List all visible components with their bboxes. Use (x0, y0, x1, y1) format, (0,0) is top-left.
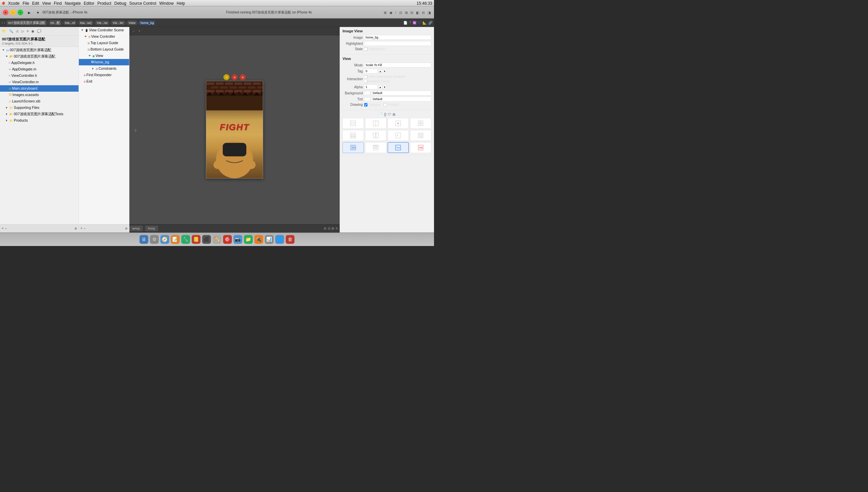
dock-xcode[interactable]: 🔧 (181, 235, 190, 244)
layout-template-8[interactable] (410, 130, 431, 141)
layout-template-5[interactable] (343, 130, 364, 141)
nav-breakpoints-btn[interactable]: ◉ (31, 28, 35, 34)
hide-navigator-btn[interactable]: ◧ (416, 10, 420, 15)
dock-app2[interactable]: 🔌 (254, 235, 263, 244)
menu-product[interactable]: Product (97, 1, 111, 5)
dock-pencil[interactable]: ✏️ (213, 235, 221, 244)
dock-instruments[interactable]: 📊 (265, 235, 274, 244)
dock-filezilla[interactable]: 📁 (244, 235, 253, 244)
height-any-btn[interactable]: hAny (145, 226, 158, 231)
alpha-input[interactable] (364, 84, 378, 89)
scene-top-layout[interactable]: ⊟ Top Layout Guide (79, 40, 129, 46)
multiple-touch-checkbox[interactable] (364, 79, 368, 83)
scene-first-responder[interactable]: ⊕ First Responder (79, 72, 129, 78)
inspector-identity-btn[interactable]: 🆔 (413, 21, 417, 25)
nav-folder-btn[interactable]: 📁 (1, 28, 7, 34)
canvas-zoom-out[interactable]: – (131, 29, 136, 34)
background-select[interactable]: Default (371, 91, 432, 95)
menu-window[interactable]: Window (159, 1, 174, 5)
dock-app1[interactable]: 🎯 (223, 235, 232, 244)
layout-template-4[interactable] (410, 118, 431, 129)
dock-camera[interactable]: 📷 (233, 235, 242, 244)
hidden-checkbox[interactable] (383, 103, 387, 106)
navigator-toggle[interactable]: ⊞ (383, 10, 388, 15)
menu-edit[interactable]: Edit (32, 1, 39, 5)
scene-vc-icon[interactable]: ⊞ (223, 74, 229, 80)
editor-assistant-btn[interactable]: ⊞ (404, 10, 409, 15)
apple-menu[interactable]: 🍎 (2, 2, 5, 5)
maximize-window-button[interactable]: + (18, 9, 23, 15)
menu-view[interactable]: View (42, 1, 51, 5)
breadcrumb-5[interactable]: Vie...ne (95, 21, 109, 25)
dock-app3[interactable]: 🌐 (275, 235, 284, 244)
inspector-quick-btn[interactable]: ? (409, 21, 411, 25)
menu-xcode[interactable]: Xcode (8, 1, 20, 5)
tree-item-supporting-files[interactable]: 📁 Supporting Files (0, 104, 79, 111)
dock-safari[interactable]: 🧭 (160, 235, 169, 244)
scene-vc[interactable]: ⊞ View Controller (79, 33, 129, 40)
menu-editor[interactable]: Editor (84, 1, 94, 5)
alpha-step-down[interactable]: ▼ (383, 85, 387, 89)
tint-select[interactable]: Default (371, 97, 432, 101)
layout-template-11[interactable]: View (388, 142, 409, 153)
inspector-tab-doc[interactable]: 📄 (378, 112, 383, 116)
editor-standard-btn[interactable]: ⊡ (399, 10, 403, 15)
scene-responder-icon[interactable]: ⊕ (231, 74, 238, 80)
alpha-step-up[interactable]: ▲ (379, 85, 382, 89)
scene-bottom-layout[interactable]: ⊟ Bottom Layout Guide (79, 46, 129, 53)
menu-navigate[interactable]: Navigate (65, 1, 80, 5)
tree-item-main-storyboard[interactable]: ⊞ Main.storyboard (0, 85, 79, 92)
inspector-size-btn[interactable]: 📐 (423, 21, 427, 25)
run-button[interactable]: ▶ (25, 9, 33, 15)
opaque-checkbox[interactable] (364, 103, 368, 106)
tree-item-viewcontroller-h[interactable]: h ViewController.h (0, 72, 79, 79)
breakpoints-toggle[interactable]: ◉ (389, 10, 393, 15)
tree-item-viewcontroller-m[interactable]: m ViewController.m (0, 79, 79, 85)
nav-back-button[interactable]: ‹ (2, 21, 3, 25)
editor-version-btn[interactable]: ⊟ (410, 10, 414, 15)
layout-template-9[interactable]: Jan 1 (343, 142, 364, 153)
tree-item-main-group[interactable]: 📂 007游戏首页图片屏幕适配 (0, 53, 79, 60)
scene-remove-btn[interactable]: – (84, 226, 86, 230)
scheme-selector[interactable]: 007游戏·屏幕适配 › iPhone 4s (43, 10, 155, 15)
tree-item-appdelegate-m[interactable]: m AppDelegate.m (0, 66, 79, 72)
dock-terminal[interactable]: ⬛ (202, 235, 211, 244)
hide-inspector-btn[interactable]: ◨ (427, 10, 432, 15)
inspector-tab-grid[interactable]: ⊞ (393, 112, 396, 116)
nav-report-btn[interactable]: 💬 (36, 28, 42, 34)
tag-input[interactable] (364, 69, 378, 73)
width-any-btn[interactable]: wAny (129, 226, 143, 231)
tree-item-appdelegate-h[interactable]: h AppDelegate.h (0, 60, 79, 66)
add-file-button[interactable]: + (2, 226, 4, 230)
breadcrumb-view[interactable]: View (127, 21, 137, 25)
close-window-button[interactable]: ✕ (3, 9, 8, 15)
tag-step-down[interactable]: ▼ (383, 69, 387, 73)
hide-debug-btn[interactable]: ⊟ (421, 10, 426, 15)
scene-constraints[interactable]: ⊞ Constraints (79, 65, 129, 72)
dock-app4[interactable]: 🗑 (286, 235, 295, 244)
menu-find[interactable]: Find (54, 1, 62, 5)
tint-color-swatch[interactable] (364, 97, 370, 101)
canvas-constraints-btn[interactable]: ⊞ (331, 226, 334, 230)
dock-settings[interactable]: ⚙ (150, 235, 159, 244)
breadcrumb-6[interactable]: Vie...ler (111, 21, 125, 25)
layout-template-1[interactable] (343, 118, 364, 129)
canvas-content[interactable]: › ⊞ ⊕ ⊗ (129, 35, 340, 224)
dock-notes[interactable]: 📝 (171, 235, 180, 244)
scene-vc-scene[interactable]: 📱 View Controller Scene (79, 27, 129, 33)
state-checkbox[interactable] (364, 48, 368, 51)
scene-exit[interactable]: ⊗ Exit (79, 78, 129, 84)
image-select[interactable]: home_bg (364, 35, 432, 40)
menu-source-control[interactable]: Source Control (129, 1, 156, 5)
tree-item-launchscreen-xib[interactable]: ⊡ LaunchScreen.xib (0, 98, 79, 104)
scene-nav-arrow[interactable]: › (134, 126, 137, 134)
inspector-tab-attrs-active[interactable]: 🛡 (388, 112, 391, 116)
nav-debug-btn[interactable]: ≡ (26, 29, 30, 34)
nav-forward-button[interactable]: › (4, 21, 5, 25)
layout-template-12[interactable]: Value (410, 142, 431, 153)
scene-home-bg[interactable]: 🖼 home_bg (79, 59, 129, 65)
breadcrumb-2[interactable]: 00...配 (49, 20, 61, 25)
inspector-file-btn[interactable]: 📄 (403, 21, 408, 25)
scene-exit-icon[interactable]: ⊗ (240, 74, 246, 80)
activity-toggle[interactable]: ↕ (394, 10, 397, 15)
